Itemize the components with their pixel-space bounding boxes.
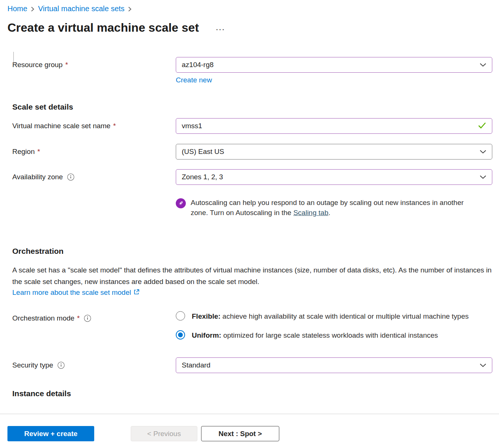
required-asterisk: * bbox=[77, 314, 80, 322]
chevron-down-icon bbox=[480, 148, 486, 156]
availability-zone-dropdown[interactable]: Zones 1, 2, 3 bbox=[176, 169, 492, 185]
previous-button[interactable]: < Previous bbox=[131, 426, 197, 441]
scaling-tab-link[interactable]: Scaling tab bbox=[293, 209, 328, 217]
chevron-down-icon bbox=[480, 61, 486, 69]
orchestration-mode-options: Flexible: achieve high availability at s… bbox=[176, 311, 492, 341]
breadcrumb-home-link[interactable]: Home bbox=[7, 4, 27, 13]
learn-more-link[interactable]: Learn more about the scale set model bbox=[12, 288, 131, 297]
footer-action-bar: Review + create < Previous Next : Spot > bbox=[0, 414, 499, 448]
checkmark-icon bbox=[478, 122, 486, 130]
uniform-option-text: Uniform: optimized for large scale state… bbox=[192, 330, 490, 341]
radio-option-flexible[interactable]: Flexible: achieve high availability at s… bbox=[176, 311, 492, 322]
required-asterisk: * bbox=[113, 122, 116, 130]
availability-zone-label: Availability zone bbox=[12, 173, 176, 181]
vm-name-label-text: Virtual machine scale set name bbox=[12, 122, 111, 130]
note-text-after: . bbox=[328, 209, 330, 217]
region-value: (US) East US bbox=[182, 148, 224, 156]
region-label: Region * bbox=[12, 148, 176, 156]
security-type-row: Security type Standard bbox=[12, 357, 492, 373]
orchestration-heading: Orchestration bbox=[12, 247, 499, 256]
info-icon[interactable] bbox=[67, 173, 74, 181]
vm-name-row: Virtual machine scale set name * vmss1 bbox=[12, 118, 492, 134]
uniform-option-name: Uniform: bbox=[192, 331, 221, 339]
flexible-option-text: Flexible: achieve high availability at s… bbox=[192, 311, 490, 322]
resource-group-value: az104-rg8 bbox=[182, 61, 214, 69]
breadcrumb: Home Virtual machine scale sets bbox=[0, 0, 499, 13]
more-options-ellipsis-icon[interactable]: ··· bbox=[216, 26, 225, 34]
next-spot-button[interactable]: Next : Spot > bbox=[201, 426, 279, 441]
radio-selected-icon bbox=[176, 330, 185, 340]
vm-name-label: Virtual machine scale set name * bbox=[12, 122, 176, 130]
rocket-icon bbox=[176, 198, 186, 208]
breadcrumb-vmss-link[interactable]: Virtual machine scale sets bbox=[38, 4, 124, 13]
instance-details-heading: Instance details bbox=[12, 389, 499, 398]
region-dropdown[interactable]: (US) East US bbox=[176, 144, 492, 160]
flexible-option-description: achieve high availability at scale with … bbox=[220, 312, 468, 320]
scale-set-details-heading: Scale set details bbox=[12, 102, 499, 111]
vm-name-value: vmss1 bbox=[182, 122, 202, 130]
security-type-label: Security type bbox=[12, 361, 176, 369]
uniform-option-description: optimized for large scale stateless work… bbox=[221, 331, 438, 339]
availability-zone-row: Availability zone Zones 1, 2, 3 bbox=[12, 169, 492, 185]
required-asterisk: * bbox=[65, 61, 68, 69]
indent-connector bbox=[13, 52, 35, 64]
create-new-link[interactable]: Create new bbox=[176, 76, 212, 84]
chevron-down-icon bbox=[480, 361, 486, 369]
radio-option-uniform[interactable]: Uniform: optimized for large scale state… bbox=[176, 330, 492, 341]
chevron-right-icon bbox=[128, 6, 132, 12]
availability-zone-label-text: Availability zone bbox=[12, 173, 63, 181]
info-icon[interactable] bbox=[57, 362, 65, 369]
page-title: Create a virtual machine scale set bbox=[7, 21, 199, 35]
resource-group-row: Resource group * az104-rg8 bbox=[12, 57, 492, 73]
region-row: Region * (US) East US bbox=[12, 144, 492, 160]
orchestration-mode-label-text: Orchestration mode bbox=[12, 314, 74, 322]
flexible-option-name: Flexible: bbox=[192, 312, 220, 320]
region-label-text: Region bbox=[12, 148, 35, 156]
review-create-button[interactable]: Review + create bbox=[7, 426, 94, 441]
external-link-icon bbox=[133, 289, 140, 297]
resource-group-label: Resource group * bbox=[12, 61, 176, 69]
orchestration-description: A scale set has a "scale set model" that… bbox=[12, 264, 493, 287]
chevron-down-icon bbox=[480, 173, 486, 181]
orchestration-mode-label: Orchestration mode * bbox=[12, 314, 176, 322]
security-type-value: Standard bbox=[182, 361, 210, 369]
chevron-right-icon bbox=[31, 6, 35, 12]
autoscaling-note: Autoscaling can help you respond to an o… bbox=[176, 198, 499, 218]
security-type-dropdown[interactable]: Standard bbox=[176, 357, 492, 373]
info-icon[interactable] bbox=[84, 315, 91, 322]
required-asterisk: * bbox=[37, 148, 40, 156]
resource-group-dropdown[interactable]: az104-rg8 bbox=[176, 57, 492, 73]
vm-name-input[interactable]: vmss1 bbox=[176, 118, 492, 134]
autoscaling-note-text: Autoscaling can help you respond to an o… bbox=[191, 198, 468, 218]
radio-unselected-icon bbox=[176, 311, 185, 321]
security-type-label-text: Security type bbox=[12, 361, 53, 369]
availability-zone-value: Zones 1, 2, 3 bbox=[182, 173, 223, 181]
orchestration-mode-row: Orchestration mode * Flexible: achieve h… bbox=[12, 311, 492, 341]
